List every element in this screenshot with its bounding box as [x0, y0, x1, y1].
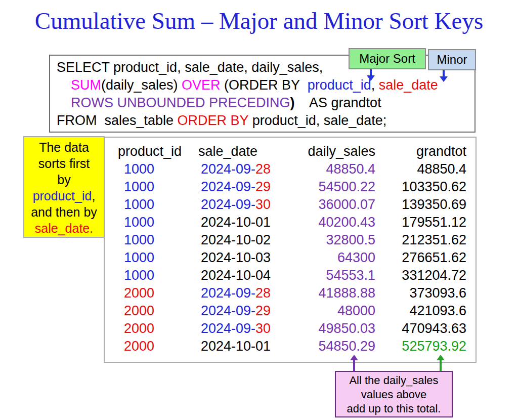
text-segment: 2024-10-01 [201, 215, 271, 230]
text-segment: 48850.4 [417, 161, 466, 177]
cell-sale-date: 2024-09-29 [191, 178, 297, 196]
text-segment: 30 [255, 321, 271, 336]
table-row: 10002024-10-0364300276651.62 [105, 249, 476, 267]
cell-daily-sales: 41888.88 [297, 284, 375, 302]
arrow-stem [353, 360, 355, 371]
text-segment: 2024-10-03 [201, 250, 271, 265]
text-segment: 29 [255, 303, 271, 318]
table-row: 10002024-10-0454553.1331204.72 [105, 267, 476, 284]
text-segment: 48850.4 [326, 161, 375, 177]
text-segment: SUM [71, 77, 101, 93]
text-segment: 1000 [124, 268, 154, 283]
text-segment: 41888.88 [318, 285, 375, 301]
note-line: product_id, [24, 188, 104, 204]
text-segment: FROM sales_table [57, 113, 178, 128]
text-segment: grandtot [416, 144, 466, 159]
text-segment: product_id [118, 144, 182, 159]
cell-sale-date: 2024-09-30 [191, 196, 297, 214]
text-segment: 40200.43 [318, 215, 375, 230]
text-segment: 179551.12 [402, 215, 466, 230]
text-segment: sale_date. [35, 221, 93, 235]
grandtot-total-arrow-icon [437, 355, 445, 371]
table-row: 20002024-09-2948000421093.6 [105, 302, 476, 320]
cell-grandtot: 373093.6 [375, 284, 466, 302]
text-segment: 49850.03 [318, 321, 375, 336]
text-segment: 103350.62 [402, 179, 466, 194]
arrow-head [350, 355, 358, 360]
cell-grandtot: 470943.63 [375, 320, 466, 338]
note-line: sale_date. [24, 220, 104, 236]
text-segment: 28 [255, 285, 271, 301]
text-segment: 212351.62 [402, 232, 466, 247]
table-row: 20002024-09-2841888.88373093.6 [105, 284, 476, 302]
column-header-sale_date: sale_date [191, 143, 297, 160]
cell-product-id: 2000 [105, 338, 191, 355]
text-segment: OVER [182, 77, 221, 93]
cell-product-id: 1000 [105, 214, 191, 231]
text-segment: 48000 [337, 303, 375, 318]
text-segment: 28 [255, 161, 271, 177]
sort-order-note-lines: The datasorts firstbyproduct_id,and then… [24, 139, 104, 236]
text-segment: 1000 [124, 161, 154, 177]
cell-grandtot: 421093.6 [375, 302, 466, 320]
cell-grandtot: 179551.12 [375, 214, 466, 231]
arrow-head [367, 75, 375, 81]
text-segment: ROWS UNBOUNDED PRECEDING [71, 95, 290, 110]
results-table-body: product_idsale_datedaily_salesgrandtot10… [105, 138, 476, 355]
cell-grandtot: 48850.4 [375, 160, 466, 178]
text-segment: values above [361, 388, 427, 401]
text-segment: 2024-09- [201, 197, 255, 212]
text-segment: 2024-10-01 [201, 339, 271, 354]
text-segment: SELECT product_id, sale_date, daily_sale… [57, 60, 323, 75]
cell-daily-sales: 54500.22 [297, 178, 375, 196]
cell-grandtot: 139350.69 [375, 196, 466, 214]
cell-grandtot: 103350.62 [375, 178, 466, 196]
cell-product-id: 1000 [105, 196, 191, 214]
text-segment: 36000.07 [318, 197, 375, 212]
text-segment: 54553.1 [326, 268, 375, 283]
text-segment: 2000 [124, 285, 154, 301]
text-segment: 54850.29 [318, 339, 375, 354]
text-segment: 1000 [124, 232, 154, 247]
column-header-grandtot: grandtot [375, 143, 466, 160]
text-segment: 1000 [124, 179, 154, 194]
cell-product-id: 2000 [105, 320, 191, 338]
table-header-row: product_idsale_datedaily_salesgrandtot [105, 143, 476, 160]
text-segment: 2024-09- [201, 321, 255, 336]
table-row: 20002024-09-3049850.03470943.63 [105, 320, 476, 338]
cell-product-id: 1000 [105, 267, 191, 284]
cell-grandtot: 212351.62 [375, 231, 466, 249]
text-segment: 1000 [124, 215, 154, 230]
text-segment: 30 [255, 197, 271, 212]
text-segment: 2000 [124, 321, 154, 336]
cell-daily-sales: 36000.07 [297, 196, 375, 214]
text-segment: product_id, sale_date; [248, 113, 386, 128]
text-segment: 32800.5 [326, 232, 375, 247]
cell-sale-date: 2024-09-30 [191, 320, 297, 338]
cell-grandtot: 331204.72 [375, 267, 466, 284]
sql-line: ROWS UNBOUNDED PRECEDING) AS grandtot [50, 94, 474, 112]
arrow-stem [443, 70, 445, 76]
cell-product-id: 2000 [105, 302, 191, 320]
page-title: Cumulative Sum – Major and Minor Sort Ke… [0, 7, 518, 34]
slide: Cumulative Sum – Major and Minor Sort Ke… [0, 0, 518, 420]
cell-daily-sales: 54553.1 [297, 267, 375, 284]
major-sort-label: Major Sort [359, 52, 415, 66]
table-row: 20002024-10-0154850.29525793.92 [105, 338, 476, 355]
table-row: 10002024-09-3036000.07139350.69 [105, 196, 476, 214]
text-segment: 54500.22 [318, 179, 375, 194]
total-note-lines: All the daily_salesvalues aboveadd up to… [336, 373, 452, 416]
cell-product-id: 1000 [105, 160, 191, 178]
cell-daily-sales: 64300 [297, 249, 375, 267]
text-segment: AS grandtot [295, 95, 381, 110]
text-segment: 29 [255, 179, 271, 194]
text-segment: 2000 [124, 303, 154, 318]
text-segment: and then by [31, 205, 97, 219]
text-segment: daily_sales [308, 144, 375, 159]
text-segment: ORDER BY [178, 113, 249, 128]
cell-daily-sales: 40200.43 [297, 214, 375, 231]
sort-order-note: The datasorts firstbyproduct_id,and then… [23, 136, 105, 238]
note-line: sorts first [24, 155, 104, 172]
text-segment: sorts first [38, 156, 90, 171]
text-segment: 2024-09- [201, 179, 255, 194]
